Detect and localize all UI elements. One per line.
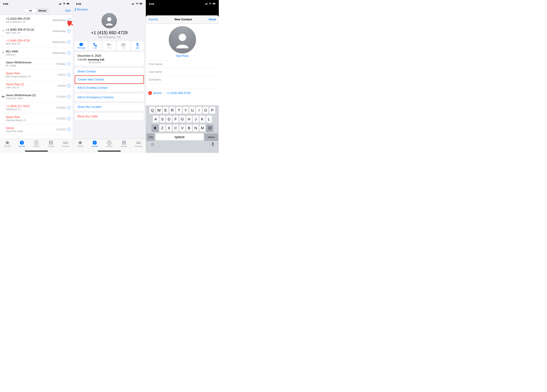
- key-m[interactable]: M: [199, 125, 205, 132]
- key-c[interactable]: C: [173, 125, 179, 132]
- segment-missed[interactable]: Missed: [36, 9, 48, 13]
- tab-recents[interactable]: Recents: [89, 140, 101, 147]
- emoji-key[interactable]: ☺: [150, 142, 155, 147]
- return-key[interactable]: return: [205, 133, 218, 140]
- action-add-to-emergency-contacts[interactable]: Add to Emergency Contacts: [75, 93, 144, 101]
- call-row[interactable]: Spam RiskDaytona Beach, FL11/23/20i: [0, 113, 73, 124]
- svg-point-22: [66, 142, 68, 144]
- key-h[interactable]: H: [186, 116, 192, 123]
- key-o[interactable]: O: [203, 107, 209, 114]
- tab-voicemail[interactable]: Voicemail: [132, 140, 145, 147]
- edit-button[interactable]: Edit: [65, 9, 70, 13]
- call-row[interactable]: +1 (646) 358-4718New York, NYWednesdayi: [0, 37, 73, 47]
- action-share-my-location[interactable]: Share My Location: [75, 103, 144, 111]
- action-create-new-contact[interactable]: Create New Contact: [75, 75, 144, 84]
- first-name-field[interactable]: First name: [146, 60, 219, 68]
- backspace-key[interactable]: [206, 125, 213, 132]
- key-w[interactable]: W: [156, 107, 162, 114]
- key-p[interactable]: P: [209, 107, 215, 114]
- contact-avatar[interactable]: [169, 26, 196, 53]
- numbers-key[interactable]: 123: [146, 133, 155, 140]
- key-i[interactable]: I: [196, 107, 202, 114]
- info-icon[interactable]: i: [67, 40, 71, 44]
- info-icon[interactable]: i: [67, 128, 71, 131]
- tab-favorites[interactable]: Favorites: [74, 140, 86, 147]
- action-label: call: [89, 47, 102, 49]
- clock-icon: [92, 140, 97, 145]
- add-photo-button[interactable]: Add Photo: [146, 54, 219, 58]
- action-block-this-caller[interactable]: Block this Caller: [75, 113, 144, 120]
- info-icon[interactable]: i: [67, 95, 71, 99]
- call-icon: [89, 43, 102, 47]
- call-log-date: December 9, 2020: [77, 54, 141, 58]
- info-icon[interactable]: i: [67, 73, 71, 77]
- last-name-field[interactable]: Last name: [146, 68, 219, 76]
- action-message[interactable]: message: [75, 41, 88, 50]
- recents-list[interactable]: +1 (415) 692-4729San Francisco, CAWednes…: [0, 15, 73, 139]
- call-row[interactable]: Jason WrittenhousemobileMondayi: [0, 58, 73, 69]
- call-row[interactable]: +1 (646) 358-4718 (2)New York, NYWednesd…: [0, 26, 73, 37]
- dictate-key[interactable]: [211, 142, 214, 146]
- svg-rect-61: [212, 142, 213, 144]
- call-row[interactable]: Spam Risk (2)Lake City, FL12/3/20i: [0, 80, 73, 91]
- key-x[interactable]: X: [166, 125, 172, 132]
- company-field[interactable]: Company: [146, 76, 219, 84]
- phone-edit-row[interactable]: phone › +1 (415) 692-4729: [146, 89, 219, 98]
- key-a[interactable]: A: [153, 116, 159, 123]
- svg-point-47: [125, 144, 126, 145]
- key-j[interactable]: J: [193, 116, 199, 123]
- keyboard[interactable]: QWERTYUIOP ASDFGHJKL ZXCVBNM 123 space r…: [146, 105, 219, 153]
- info-icon[interactable]: i: [67, 84, 71, 88]
- call-row[interactable]: Spam RiskNew Smyrna Beach, FL12/4/20i: [0, 69, 73, 80]
- key-u[interactable]: U: [189, 107, 195, 114]
- key-l[interactable]: L: [206, 116, 212, 123]
- key-k[interactable]: K: [199, 116, 205, 123]
- key-g[interactable]: G: [179, 116, 185, 123]
- key-z[interactable]: Z: [159, 125, 165, 132]
- action-add-to-existing-contact[interactable]: Add to Existing Contact: [75, 84, 144, 92]
- info-icon[interactable]: i: [67, 62, 71, 66]
- key-n[interactable]: N: [193, 125, 199, 132]
- action-call[interactable]: call: [89, 41, 102, 50]
- key-r[interactable]: R: [169, 107, 175, 114]
- call-row[interactable]: SandyFaceTime Audio11/22/20i: [0, 124, 73, 135]
- back-button[interactable]: Recents: [73, 7, 146, 12]
- key-s[interactable]: S: [159, 116, 165, 123]
- remove-icon[interactable]: [148, 91, 152, 95]
- shift-key[interactable]: [151, 125, 159, 132]
- phone-value[interactable]: +1 (415) 692-4729: [166, 91, 216, 95]
- key-f[interactable]: F: [173, 116, 179, 123]
- info-icon[interactable]: i: [67, 51, 71, 55]
- tab-voicemail[interactable]: Voicemail: [59, 140, 72, 147]
- segment-control[interactable]: All Missed: [24, 8, 49, 13]
- call-row[interactable]: Jason Writtenhouse (2)FaceTime Video11/2…: [0, 91, 73, 102]
- cancel-button[interactable]: Cancel: [149, 18, 157, 21]
- call-row[interactable]: +1 (415) 692-4729San Francisco, CAWednes…: [0, 15, 73, 26]
- segment-all[interactable]: All: [24, 9, 36, 13]
- action-pay[interactable]: $pay: [131, 41, 144, 50]
- key-e[interactable]: E: [163, 107, 169, 114]
- key-t[interactable]: T: [176, 107, 182, 114]
- space-key[interactable]: space: [156, 133, 204, 140]
- call-row[interactable]: +1 (954) 517-6422Hollywood, FL11/25/20i: [0, 102, 73, 113]
- tab-recents[interactable]: Recents: [16, 140, 28, 147]
- call-sub: San Francisco, CA: [6, 20, 53, 23]
- tab-keypad[interactable]: Keypad: [118, 140, 130, 147]
- key-v[interactable]: V: [179, 125, 185, 132]
- info-icon[interactable]: i: [67, 117, 71, 120]
- call-row[interactable]: 951-4490unknownWednesdayi: [0, 47, 73, 58]
- tab-favorites[interactable]: Favorites: [1, 140, 14, 147]
- phone-label[interactable]: phone: [153, 91, 161, 95]
- done-button[interactable]: Done: [209, 18, 216, 21]
- call-name: Jason Writtenhouse: [6, 61, 57, 64]
- key-y[interactable]: Y: [183, 107, 189, 114]
- tab-contacts[interactable]: Contacts: [103, 140, 115, 147]
- svg-rect-56: [213, 3, 215, 4]
- tab-keypad[interactable]: Keypad: [45, 140, 57, 147]
- info-icon[interactable]: i: [67, 106, 71, 109]
- key-b[interactable]: B: [186, 125, 192, 132]
- action-share-contact[interactable]: Share Contact: [75, 68, 144, 75]
- tab-contacts[interactable]: Contacts: [30, 140, 42, 147]
- key-q[interactable]: Q: [149, 107, 155, 114]
- key-d[interactable]: D: [166, 116, 172, 123]
